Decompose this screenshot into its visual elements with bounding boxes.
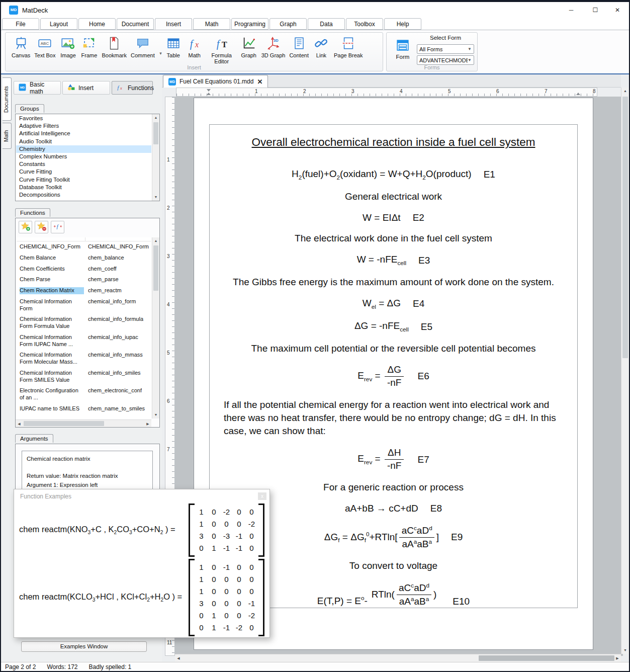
function-row[interactable]: Chem Reaction Matrixchem_reactm — [17, 285, 151, 296]
form-select-dropdown[interactable]: ADVANTECHMODBUS. ▼ — [417, 55, 474, 65]
scroll-thumb[interactable] — [24, 421, 104, 426]
functions-tab[interactable]: Functions — [15, 208, 50, 217]
functions-scrollbar[interactable]: ▲ ▼ — [152, 237, 159, 418]
function-row[interactable]: CHEMICAL_INFO_FormCHEMICAL_INFO_Form — [17, 241, 151, 253]
scroll-left-icon[interactable]: ◀ — [16, 420, 23, 427]
ribbon-button-3d-graph[interactable]: 3D3D Graph — [259, 35, 288, 59]
ribbon-button-graph[interactable]: Graph — [238, 35, 259, 59]
ribbon-tab-graph[interactable]: Graph — [269, 18, 307, 30]
side-tab-documents[interactable]: Documents — [3, 77, 12, 121]
close-button[interactable]: ✕ — [610, 5, 625, 15]
ribbon-button-canvas[interactable]: Canvas — [10, 35, 32, 59]
document-vscrollbar[interactable]: ▲ ▼ — [621, 88, 629, 654]
function-name[interactable]: Chemical Information Form SMILES Value — [20, 370, 84, 384]
groups-scrollbar[interactable]: ▲ ▼ — [152, 114, 159, 201]
ribbon-button-bookmark[interactable]: Bookmark — [100, 35, 129, 59]
ribbon-button-image[interactable]: Image — [57, 35, 78, 59]
function-name[interactable]: Chem Balance — [20, 255, 84, 262]
group-item-favorites[interactable]: Favorites — [16, 115, 151, 122]
margin-marker[interactable] — [207, 93, 211, 95]
function-name[interactable]: Chemical Information Form — [20, 298, 84, 312]
group-item-chemistry[interactable]: Chemistry — [16, 145, 151, 153]
group-item-artificial-intelligence[interactable]: Artificial Intelligence — [16, 130, 151, 137]
function-row[interactable]: IUPAC name to SMILESchem_name_to_smiles — [17, 403, 151, 414]
sidebar-tab-insert[interactable]: Insert — [62, 81, 110, 95]
chevron-down-icon[interactable]: ▾ — [159, 51, 162, 56]
group-item-decompositions[interactable]: Decompositions — [16, 191, 151, 199]
document-tab[interactable]: MD Fuel Cell Equations 01.mdd ✕ — [163, 75, 268, 88]
group-item-curve-fitting-toolkit[interactable]: Curve Fitting Toolkit — [16, 176, 151, 184]
ribbon-button-text-box[interactable]: ABCText Box — [32, 35, 57, 59]
ribbon-tab-file[interactable]: File — [2, 18, 39, 30]
ribbon-button-table[interactable]: Table — [163, 35, 184, 59]
ribbon-tab-programing[interactable]: Programing — [231, 18, 268, 30]
group-item-adaptive-filters[interactable]: Adaptive Filters — [16, 122, 151, 130]
scroll-right-icon[interactable]: ▶ — [614, 654, 621, 662]
minimize-button[interactable]: ─ — [564, 5, 579, 15]
maximize-button[interactable]: ☐ — [588, 5, 603, 15]
scroll-up-icon[interactable]: ▲ — [152, 114, 159, 121]
ribbon-button-frame[interactable]: Frame — [78, 35, 100, 59]
ribbon-button-comment[interactable]: Comment▾ — [129, 35, 157, 59]
group-item-constants[interactable]: Constants — [16, 160, 151, 168]
sidebar-tab-basic-math[interactable]: MDBasic math — [14, 81, 61, 95]
margin-marker[interactable] — [576, 93, 580, 95]
side-tab-math[interactable]: Math — [3, 123, 12, 149]
function-name[interactable]: Electronic Configuration of an ... — [20, 387, 84, 401]
examples-window-button[interactable]: Examples Window — [21, 641, 147, 652]
ribbon-tab-help[interactable]: Help — [384, 18, 421, 30]
function-name[interactable]: Chemical Information Form Molecular Mass… — [20, 352, 84, 366]
groups-tab[interactable]: Groups — [15, 104, 44, 113]
function-name[interactable]: Chem Parse — [20, 276, 84, 283]
star-add-button[interactable] — [19, 221, 32, 233]
sidebar-tab-functions[interactable]: fxFunctions — [112, 81, 153, 95]
scroll-thumb[interactable] — [622, 97, 628, 358]
scroll-up-icon[interactable]: ▲ — [621, 88, 629, 95]
ribbon-button-formula-editor[interactable]: fTFormula Editor — [205, 35, 238, 65]
insert-function-button[interactable]: f — [51, 221, 64, 233]
ribbon-tab-toolbox[interactable]: Toolbox — [346, 18, 383, 30]
ribbon-button-math[interactable]: fxMath — [184, 35, 205, 59]
margin-marker[interactable] — [207, 89, 211, 92]
star-remove-button[interactable] — [35, 221, 48, 233]
document-hscrollbar[interactable]: ◀ ▶ — [175, 654, 621, 662]
scroll-down-icon[interactable]: ▼ — [621, 647, 629, 654]
function-row[interactable]: Chem Coefficientschem_coeff — [17, 264, 151, 275]
ribbon-tab-document[interactable]: Document — [117, 18, 154, 30]
all-forms-dropdown[interactable]: All Forms ▼ — [417, 44, 474, 54]
function-row[interactable]: Electronic Configuration of an ...chem_e… — [17, 385, 151, 403]
form-button[interactable]: Form — [391, 38, 415, 60]
function-row[interactable]: Chemical Information Form IUPAC Name ...… — [17, 332, 151, 350]
group-item-curve-fitting[interactable]: Curve Fitting — [16, 168, 151, 176]
group-item-audio-toolkit[interactable]: Audio Toolkit — [16, 138, 151, 145]
group-item-database-toolkit[interactable]: Database Toolkit — [16, 184, 151, 191]
functions-hscrollbar[interactable]: ◀ ▶ — [16, 419, 151, 427]
scroll-right-icon[interactable]: ▶ — [144, 420, 151, 427]
scroll-down-icon[interactable]: ▼ — [152, 194, 159, 201]
function-row[interactable]: Chemical Information Form SMILES Valuech… — [17, 368, 151, 386]
ribbon-tab-layout[interactable]: Layout — [40, 18, 77, 30]
function-row[interactable]: Chemical Information Formchemical_info_f… — [17, 296, 151, 314]
scroll-thumb[interactable] — [153, 122, 158, 144]
ribbon-button-link[interactable]: Link — [311, 35, 332, 59]
function-row[interactable]: Chem Parsechem_parse — [17, 274, 151, 285]
function-row[interactable]: Chemical Information Form Molecular Mass… — [17, 350, 151, 368]
function-name[interactable]: Chemical Information Form IUPAC Name ... — [20, 334, 84, 348]
function-row[interactable]: Chemical Information Form Formula Valuec… — [17, 314, 151, 332]
scroll-thumb[interactable] — [153, 245, 158, 291]
ribbon-tab-insert[interactable]: Insert — [155, 18, 192, 30]
function-name[interactable]: Chem Coefficients — [20, 266, 84, 273]
scroll-left-icon[interactable]: ◀ — [175, 654, 182, 662]
scroll-down-icon[interactable]: ▼ — [152, 411, 159, 418]
ribbon-button-content[interactable]: Content — [287, 35, 311, 59]
function-name[interactable]: IUPAC name to SMILES — [20, 405, 84, 412]
ribbon-tab-home[interactable]: Home — [78, 18, 116, 30]
ribbon-tab-data[interactable]: Data — [308, 18, 345, 30]
popup-close-icon[interactable]: x — [258, 492, 266, 500]
group-item-complex-numbers[interactable]: Complex Numbers — [16, 153, 151, 160]
function-row[interactable]: Chem Balancechem_balance — [17, 253, 151, 264]
ribbon-tab-math[interactable]: Math — [193, 18, 230, 30]
arguments-tab[interactable]: Arguments — [15, 434, 53, 443]
close-tab-icon[interactable]: ✕ — [257, 78, 262, 86]
function-name[interactable]: CHEMICAL_INFO_Form — [20, 243, 84, 250]
